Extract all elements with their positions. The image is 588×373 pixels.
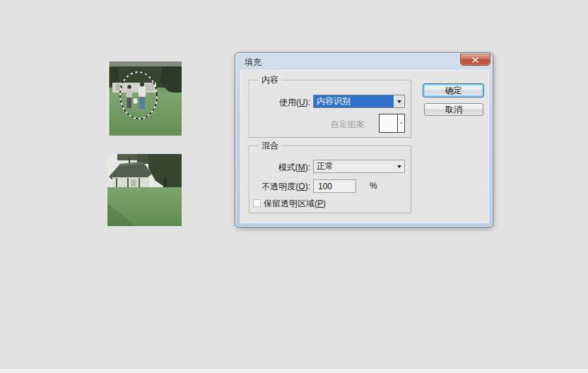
- mode-dropdown-value: 正常: [314, 160, 394, 172]
- mode-label: 模式(M):: [249, 162, 310, 174]
- blend-group-legend: 混合: [258, 141, 282, 150]
- opacity-unit: %: [370, 181, 377, 191]
- preserve-transparency-label: 保留透明区域(P): [264, 198, 326, 210]
- dialog-client-area: 内容 使用(U): 内容识别 自定图案: 混合 模式(M): 正常: [240, 70, 489, 223]
- close-icon: [472, 57, 478, 63]
- photo-before-fill: [107, 61, 182, 136]
- photo-after-fill: [107, 154, 182, 226]
- fill-dialog: 填充 内容 使用(U): 内容识别 自定图案:: [235, 52, 493, 227]
- custom-pattern-label: 自定图案:: [306, 119, 367, 131]
- chevron-down-icon: [394, 95, 404, 107]
- use-dropdown[interactable]: 内容识别: [313, 95, 405, 108]
- chevron-down-icon: [394, 160, 404, 172]
- dialog-title: 填充: [245, 57, 261, 69]
- park-scene-with-selection: [107, 61, 182, 136]
- use-dropdown-value: 内容识别: [314, 95, 394, 107]
- content-groupbox: 内容 使用(U): 内容识别 自定图案:: [249, 80, 411, 138]
- use-label: 使用(U):: [249, 97, 310, 109]
- park-scene-pavilion: [107, 154, 182, 226]
- custom-pattern-picker[interactable]: [379, 114, 405, 133]
- preserve-transparency-checkbox[interactable]: [253, 199, 261, 207]
- close-button[interactable]: [460, 54, 490, 66]
- content-group-legend: 内容: [258, 75, 282, 85]
- opacity-input[interactable]: [313, 179, 356, 193]
- opacity-label: 不透明度(O):: [249, 181, 310, 193]
- ok-button[interactable]: 确定: [423, 83, 484, 97]
- mode-dropdown[interactable]: 正常: [313, 160, 405, 173]
- dialog-titlebar[interactable]: 填充: [235, 53, 493, 70]
- pattern-swatch-well: [380, 114, 397, 132]
- blend-groupbox: 混合 模式(M): 正常 不透明度(O): % 保留透明区域(P): [249, 146, 411, 213]
- cancel-button[interactable]: 取消: [424, 103, 483, 116]
- page-footer-strip: [0, 368, 588, 373]
- tutorial-screenshot-canvas: 填充 内容 使用(U): 内容识别 自定图案:: [0, 0, 588, 373]
- chevron-down-icon: [397, 114, 404, 132]
